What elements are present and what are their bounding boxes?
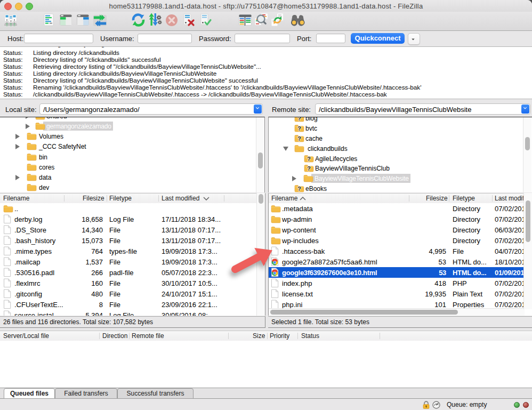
svg-text:?: ? (297, 186, 301, 192)
svg-text:?: ? (307, 156, 311, 162)
svg-text:?: ? (307, 165, 311, 172)
svg-text:?: ? (297, 125, 301, 132)
svg-text:?: ? (297, 135, 301, 142)
svg-text:?: ? (297, 117, 301, 122)
